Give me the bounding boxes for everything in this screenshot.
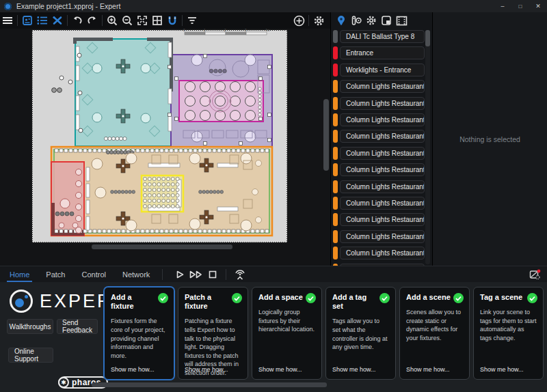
fixture-dot[interactable] [202, 191, 206, 194]
dancefloor-light[interactable] [157, 199, 161, 203]
walkthrough-card[interactable]: Patch a fixturePatching a fixture tells … [178, 287, 248, 380]
fixture-list-item[interactable]: Worklights - Entrance [333, 64, 425, 76]
dancefloor-light[interactable] [152, 199, 156, 203]
fixture-dot[interactable] [109, 150, 113, 154]
fixture-list-scrollbar-track[interactable] [425, 30, 430, 264]
dancefloor-light[interactable] [144, 194, 147, 197]
downlight[interactable] [245, 55, 256, 66]
walkthrough-card[interactable]: Add a fixtureFixtures form the core of y… [104, 287, 174, 380]
zoom-fit-icon[interactable] [135, 14, 150, 27]
fixture-dot[interactable] [124, 191, 128, 194]
ceiling-light[interactable] [230, 96, 241, 107]
fixture-dot[interactable] [65, 212, 69, 216]
tab-control[interactable]: Control [73, 266, 114, 283]
node-square[interactable] [259, 117, 263, 121]
dancefloor-light[interactable] [162, 194, 165, 197]
fixture-list-item[interactable]: Column Lights Restaurant [333, 213, 425, 226]
dancefloor-light[interactable] [176, 183, 179, 186]
fixture-dot[interactable] [68, 80, 72, 84]
tab-patch[interactable]: Patch [38, 266, 73, 283]
node-square[interactable] [204, 55, 207, 58]
walkthrough-card[interactable]: Tag a sceneLink your scene to tags for t… [473, 287, 544, 380]
fixture-list-scrollbar-thumb[interactable] [425, 30, 430, 46]
tab-home[interactable]: Home [1, 266, 38, 283]
dancefloor-light[interactable] [157, 194, 161, 197]
node-square[interactable] [268, 139, 271, 142]
floorplan-canvas[interactable]: 01234m [0, 29, 330, 266]
card-show-me-how-link[interactable]: Show me how... [185, 366, 228, 373]
node-square[interactable] [168, 113, 172, 117]
ceiling-light[interactable] [185, 82, 196, 92]
minimize-button[interactable]: – [494, 0, 511, 12]
dancefloor-light[interactable] [167, 205, 170, 208]
wall-light[interactable] [76, 181, 82, 187]
fast-forward-icon[interactable] [187, 268, 205, 281]
fixture-dot[interactable] [199, 191, 202, 194]
fixture-list-icon[interactable] [35, 14, 50, 27]
walkthrough-card[interactable]: Add a spaceLogically group fixtures by t… [252, 287, 322, 380]
card-show-me-how-link[interactable]: Show me how... [332, 366, 376, 373]
dancefloor-light[interactable] [171, 188, 174, 192]
fixture-list-item[interactable]: Column Lights Restaurant [333, 80, 425, 93]
dancefloor-light[interactable] [144, 199, 147, 203]
dancefloor-light[interactable] [152, 183, 156, 186]
fixture-list-item[interactable]: Entrance [333, 46, 425, 59]
dancefloor-light[interactable] [162, 178, 165, 181]
dancefloor-light[interactable] [162, 205, 165, 208]
dancefloor-light[interactable] [152, 188, 156, 192]
wall-light[interactable] [76, 204, 82, 210]
dancefloor-light[interactable] [176, 205, 179, 208]
fixture-dot[interactable] [258, 113, 261, 116]
filter-icon[interactable] [185, 14, 200, 27]
fixture-dot[interactable] [258, 102, 261, 104]
fixture-dot[interactable] [79, 128, 83, 132]
fixture-dot[interactable] [209, 191, 213, 194]
card-show-me-how-link[interactable]: Show me how... [111, 366, 155, 373]
dancefloor-light[interactable] [171, 194, 174, 197]
fixture-dot[interactable] [108, 137, 111, 140]
dancefloor-light[interactable] [176, 188, 179, 192]
fixture-dot[interactable] [209, 69, 213, 73]
card-show-me-how-link[interactable]: Show me how... [480, 366, 524, 373]
redo-icon[interactable] [85, 14, 100, 27]
fixture-dot[interactable] [77, 53, 81, 57]
dancefloor-light[interactable] [167, 183, 170, 186]
fixture-dot[interactable] [218, 69, 222, 73]
walkthroughs-button[interactable]: Walkthroughs [7, 319, 53, 334]
dancefloor-light[interactable] [171, 199, 174, 203]
fixture-dot[interactable] [70, 212, 74, 216]
fixture-dot[interactable] [258, 109, 261, 112]
dancefloor-light[interactable] [152, 205, 156, 208]
fixture-list-item[interactable]: Column Lights Restaurant [333, 230, 425, 243]
undo-icon[interactable] [70, 14, 85, 27]
dancefloor-light[interactable] [144, 183, 147, 186]
fixtures-pin-icon[interactable] [334, 14, 349, 27]
downlight[interactable] [245, 131, 256, 142]
node-square[interactable] [259, 77, 263, 81]
ceiling-light[interactable] [215, 96, 226, 107]
zoom-in-icon[interactable] [105, 14, 120, 27]
dancefloor-light[interactable] [157, 178, 161, 181]
dancefloor-light[interactable] [162, 199, 165, 203]
dancefloor-light[interactable] [171, 183, 174, 186]
fixture-dot[interactable] [217, 191, 220, 194]
fixture-dot[interactable] [123, 150, 126, 154]
fixture-dot[interactable] [60, 212, 64, 216]
fixture-dot[interactable] [129, 191, 132, 194]
dancefloor-light[interactable] [167, 194, 170, 197]
tab-network[interactable]: Network [114, 266, 158, 283]
fixture-dot[interactable] [111, 191, 114, 194]
grid-icon[interactable] [150, 14, 165, 27]
fixture-dot[interactable] [114, 191, 118, 194]
dancefloor-light[interactable] [167, 199, 170, 203]
fixture-dot[interactable] [111, 137, 115, 140]
card-show-me-how-link[interactable]: Show me how... [258, 366, 302, 373]
dancefloor-light[interactable] [167, 188, 170, 192]
fixture-dot[interactable] [214, 69, 218, 73]
dancefloor-light[interactable] [157, 183, 161, 186]
plan-vertical-scrollbar[interactable] [323, 99, 329, 171]
fixture-dot[interactable] [113, 150, 116, 154]
fixture-dot[interactable] [59, 76, 64, 80]
dancefloor-light[interactable] [152, 194, 156, 197]
project-properties-icon[interactable] [20, 14, 35, 27]
